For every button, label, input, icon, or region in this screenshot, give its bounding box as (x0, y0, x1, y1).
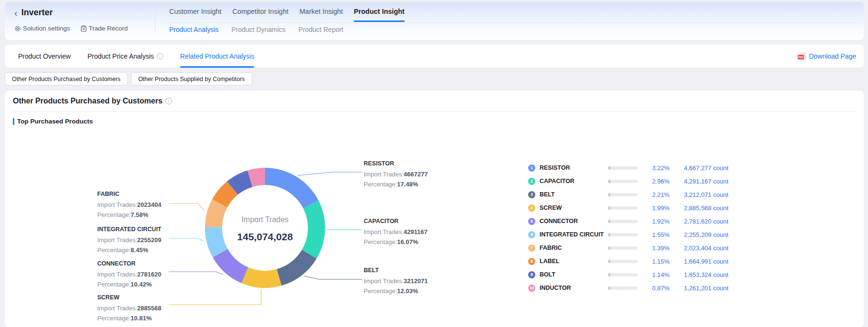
leader-line-connector (169, 272, 223, 275)
page-title: Inverter (21, 8, 53, 18)
legend-count: 2,781,620 count (684, 218, 728, 225)
callout-resistor: RESISTORImport Trades:4667277Percentage:… (364, 159, 435, 189)
related-product-analysis-card: Other Products Purchased by Customers i … (5, 91, 864, 327)
callout-trades: Import Trades:2023404 (97, 200, 169, 210)
legend-progress-bar (608, 193, 638, 196)
trade-record-label: Trade Record (89, 25, 128, 32)
filter-other-products-supplied-by-competitors[interactable]: Other Products Supplied by Competitors (131, 72, 252, 85)
slice-resistor[interactable] (265, 168, 318, 208)
clipboard-icon (81, 25, 87, 32)
leader-line-fabric (169, 204, 204, 210)
legend-percent: 3.22% (638, 164, 670, 172)
legend-row-bolt[interactable]: 9BOLT1.14%1,653,324 count (528, 268, 728, 281)
legend-row-fabric[interactable]: 7FABRIC1.39%2,023,404 count (528, 241, 728, 255)
callout-percentage: Percentage:7.58% (97, 210, 169, 220)
rank-badge: 10 (528, 285, 535, 292)
gear-icon (14, 25, 21, 32)
subtab-product-dynamics[interactable]: Product Dynamics (232, 26, 286, 33)
legend-progress-bar (608, 246, 638, 250)
callout-percentage: Percentage:12.03% (364, 286, 435, 296)
header-card: ‹ Inverter Solution settings Trade Recor… (5, 2, 864, 40)
legend-percent: 1.92% (638, 218, 670, 225)
header-divider (155, 13, 155, 32)
callout-percentage: Percentage:10.42% (97, 279, 169, 289)
legend-row-screw[interactable]: 4SCREW1.99%2,885,568 count (528, 201, 728, 215)
rank-badge: 9 (528, 271, 535, 278)
download-page-label: Download Page (809, 52, 856, 60)
callout-percentage: Percentage:10.81% (97, 313, 169, 323)
legend-row-integrated-circuit[interactable]: 6INTEGRATED CIRCUIT1.55%2,255,209 count (528, 228, 728, 241)
legend-count: 1,261,201 count (684, 285, 728, 292)
legend-name: INTEGRATED CIRCUIT (540, 231, 606, 238)
tab-competitor-insight[interactable]: Competitor Insight (233, 8, 289, 21)
legend-progress-bar (608, 220, 638, 223)
slice-capacitor[interactable] (302, 201, 325, 259)
slice-screw[interactable] (242, 267, 282, 288)
tab-product-insight[interactable]: Product Insight (354, 8, 404, 21)
callout-title: CONNECTOR (97, 259, 169, 269)
callout-trades: Import Trades:2885568 (97, 303, 169, 313)
tab-market-insight[interactable]: Market Insight (299, 8, 343, 21)
legend-percent: 2.96% (638, 178, 670, 185)
legend-row-connector[interactable]: 5CONNECTOR1.92%2,781,620 count (528, 215, 728, 228)
legend-progress-bar (608, 260, 638, 263)
legend-progress-bar (608, 206, 638, 210)
legend-row-label[interactable]: 8LABEL1.15%1,664,991 count (528, 255, 728, 268)
legend-count: 2,255,209 count (684, 231, 728, 238)
legend-row-belt[interactable]: 3BELT2.21%3,212,071 count (528, 188, 728, 201)
legend-name: SCREW (540, 204, 606, 211)
rank-badge: 5 (528, 218, 535, 225)
solution-settings-button[interactable]: Solution settings (14, 25, 70, 32)
callout-title: INTEGRATED CIRCUIT (97, 225, 169, 235)
filter-other-products-purchased-by-customers[interactable]: Other Products Purchased by Customers (5, 72, 128, 85)
callout-capacitor: CAPACITORImport Trades:4291167Percentage… (364, 216, 435, 247)
rank-badge: 8 (528, 258, 535, 265)
legend-row-resistor[interactable]: 1RESISTOR3.22%4,667,277 count (528, 161, 728, 174)
back-icon[interactable]: ‹ (14, 8, 18, 18)
callout-trades: Import Trades:3212071 (364, 276, 435, 286)
rank-badge: 4 (528, 204, 535, 212)
callout-connector: CONNECTORImport Trades:2781620Percentage… (97, 259, 169, 289)
rank-badge: 6 (528, 231, 535, 238)
trade-record-button[interactable]: Trade Record (81, 25, 128, 32)
legend-percent: 1.99% (638, 204, 670, 212)
legend-progress-fill (608, 286, 610, 290)
donut-center-label: Import Trades (217, 215, 313, 224)
legend-progress-bar (608, 166, 638, 170)
tab-product-overview[interactable]: Product Overview (18, 45, 71, 68)
tab-customer-insight[interactable]: Customer Insight (169, 8, 222, 21)
callout-title: SCREW (97, 293, 169, 303)
legend-name: CONNECTOR (540, 218, 606, 225)
callout-title: CAPACITOR (364, 216, 435, 226)
legend-name: BELT (540, 191, 606, 198)
callout-title: FABRIC (97, 189, 169, 199)
legend-percent: 0.87% (638, 285, 670, 292)
legend-count: 3,212,071 count (684, 191, 728, 198)
legend-progress-bar (608, 273, 638, 276)
tab-product-price-analysis[interactable]: Product Price Analysisi (87, 45, 163, 68)
legend-name: LABEL (540, 258, 606, 265)
legend-row-inductor[interactable]: 10INDUCTOR0.87%1,261,201 count (528, 281, 728, 295)
legend-count: 2,023,404 count (684, 245, 728, 252)
callout-integrated-circuit: INTEGRATED CIRCUITImport Trades:2255209P… (97, 225, 169, 255)
legend-name: BOLT (540, 271, 606, 278)
legend-name: INDUCTOR (540, 285, 606, 291)
legend-progress-bar (608, 233, 638, 236)
legend-percent: 1.39% (638, 245, 670, 252)
download-page-link[interactable]: PDF Download Page (797, 45, 856, 68)
tab-related-product-analysis[interactable]: Related Product Analysis (180, 45, 255, 68)
solution-settings-label: Solution settings (23, 25, 70, 32)
slice-belt[interactable] (277, 250, 317, 286)
legend-progress-fill (608, 233, 610, 236)
legend-percent: 1.14% (638, 271, 670, 278)
callout-fabric: FABRICImport Trades:2023404Percentage:7.… (97, 189, 169, 220)
subtab-product-analysis[interactable]: Product Analysis (169, 26, 219, 33)
analysis-tab-bar: Product OverviewProduct Price AnalysisiR… (18, 45, 254, 68)
legend-progress-fill (608, 220, 610, 223)
legend-progress-fill (608, 260, 610, 263)
legend-progress-bar (608, 180, 638, 183)
legend-percent: 2.21% (638, 191, 670, 198)
subtab-product-report[interactable]: Product Report (298, 26, 343, 33)
legend-row-capacitor[interactable]: 2CAPACITOR2.96%4,291,167 count (528, 174, 728, 188)
legend-percent: 1.15% (638, 258, 670, 265)
